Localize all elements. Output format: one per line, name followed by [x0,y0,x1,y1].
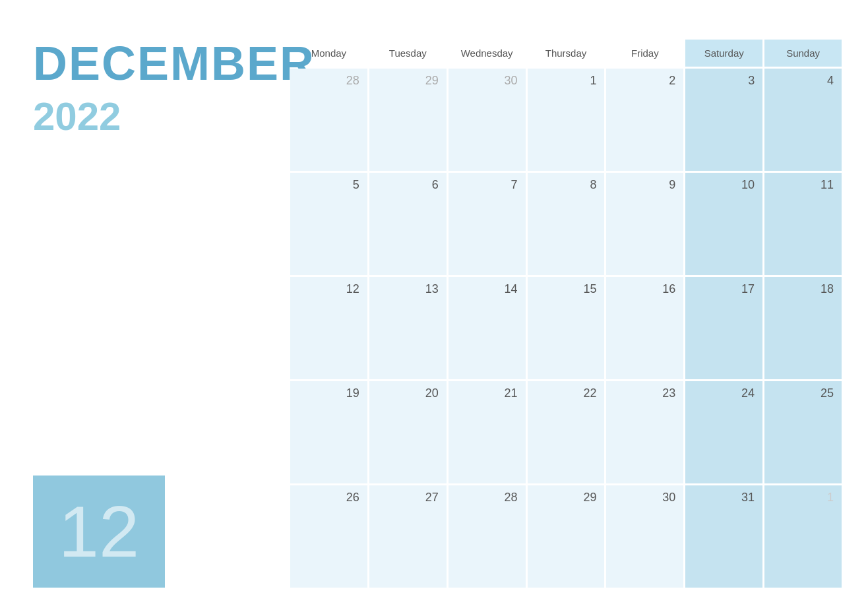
day-cell[interactable]: 28 [449,485,526,588]
day-cell[interactable]: 26 [290,485,367,588]
month-number: 12 [59,495,139,568]
day-number: 11 [821,178,834,192]
day-number: 9 [669,178,675,192]
day-number: 22 [583,386,596,400]
day-cell[interactable]: 3 [685,69,762,171]
day-cell[interactable]: 15 [528,277,605,379]
day-cell[interactable]: 20 [369,381,447,483]
day-cell[interactable]: 30 [449,69,526,171]
day-number: 29 [425,74,439,88]
day-header-monday: Monday [290,40,367,67]
day-cell[interactable]: 30 [606,485,683,588]
day-number: 19 [346,386,359,400]
day-cell[interactable]: 19 [290,381,367,483]
day-cell[interactable]: 16 [606,277,683,379]
day-cell[interactable]: 21 [449,381,526,483]
day-cell[interactable]: 5 [290,173,367,275]
day-cell[interactable]: 4 [764,69,842,171]
day-cell[interactable]: 31 [685,485,762,588]
month-year-block: DECEMBER 2022 [33,40,290,139]
calendar-grid: MondayTuesdayWednesdayThursdayFridaySatu… [290,40,842,588]
day-number: 24 [741,386,755,400]
day-cell[interactable]: 9 [606,173,683,275]
day-cell[interactable]: 13 [369,277,447,379]
day-number: 13 [425,282,439,296]
day-cell[interactable]: 23 [606,381,683,483]
day-cell[interactable]: 1 [528,69,605,171]
day-cell[interactable]: 7 [449,173,526,275]
day-cell[interactable]: 25 [764,381,842,483]
day-number: 3 [748,74,755,88]
calendar-container: DECEMBER 2022 12 MondayTuesdayWednesdayT… [0,0,868,614]
day-cell[interactable]: 29 [528,485,605,588]
day-number: 29 [583,491,596,505]
day-number: 21 [505,386,518,400]
day-cell[interactable]: 28 [290,69,367,171]
day-number: 1 [827,491,834,505]
day-number: 23 [662,386,675,400]
day-cell[interactable]: 11 [764,173,842,275]
day-cell[interactable]: 27 [369,485,447,588]
day-number: 30 [662,491,675,505]
day-number: 31 [741,491,755,505]
day-header-tuesday: Tuesday [369,40,447,67]
day-cell[interactable]: 17 [685,277,762,379]
day-header-sunday: Sunday [764,40,842,67]
day-number: 12 [346,282,359,296]
day-number: 17 [741,282,755,296]
day-number: 6 [432,178,439,192]
day-cell[interactable]: 12 [290,277,367,379]
day-number: 25 [821,386,834,400]
day-cell[interactable]: 6 [369,173,447,275]
day-number: 30 [505,74,518,88]
day-header-saturday: Saturday [685,40,762,67]
day-cell[interactable]: 22 [528,381,605,483]
day-number: 2 [669,74,675,88]
day-number: 1 [590,74,596,88]
day-cell[interactable]: 29 [369,69,447,171]
day-number: 27 [425,491,439,505]
day-number: 28 [346,74,359,88]
day-header-thursday: Thursday [528,40,605,67]
calendar-body: 2829301234567891011121314151617181920212… [290,69,842,588]
day-number: 10 [741,178,755,192]
day-number: 8 [590,178,596,192]
day-cell[interactable]: 2 [606,69,683,171]
day-number: 5 [353,178,359,192]
day-number: 26 [346,491,359,505]
day-number: 16 [662,282,675,296]
day-cell[interactable]: 18 [764,277,842,379]
calendar-header: MondayTuesdayWednesdayThursdayFridaySatu… [290,40,842,67]
day-number: 28 [505,491,518,505]
day-cell[interactable]: 10 [685,173,762,275]
day-cell[interactable]: 8 [528,173,605,275]
day-number: 20 [425,386,439,400]
day-cell[interactable]: 1 [764,485,842,588]
day-number: 4 [827,74,834,88]
day-number: 7 [511,178,518,192]
day-cell[interactable]: 24 [685,381,762,483]
day-header-friday: Friday [606,40,683,67]
day-cell[interactable]: 14 [449,277,526,379]
month-number-box: 12 [33,476,165,588]
day-number: 14 [505,282,518,296]
month-title: DECEMBER [33,40,290,87]
year-title: 2022 [33,94,290,139]
day-number: 15 [583,282,596,296]
day-number: 18 [821,282,834,296]
left-panel: DECEMBER 2022 12 [33,40,290,588]
day-header-wednesday: Wednesday [449,40,526,67]
